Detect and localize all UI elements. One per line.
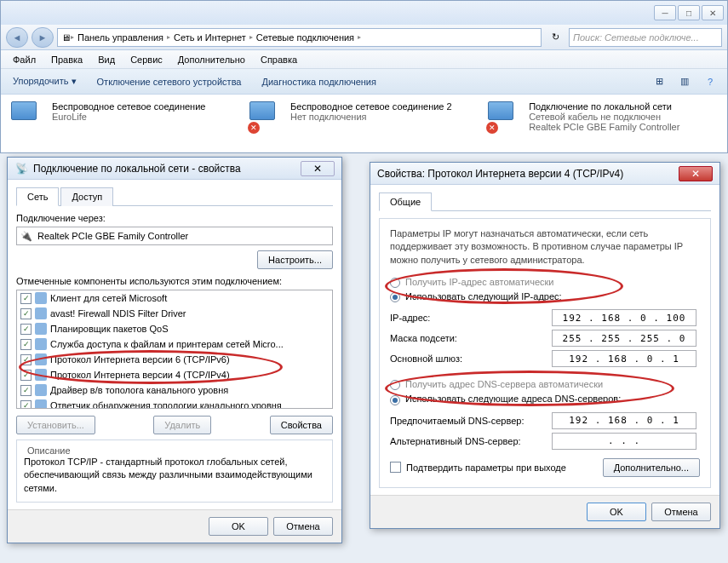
component-icon [35, 323, 47, 335]
ok-button[interactable]: OK [587, 503, 646, 521]
dialog-titlebar[interactable]: Свойства: Протокол Интернета версии 4 (T… [370, 163, 719, 185]
checkbox[interactable]: ✓ [20, 354, 32, 365]
breadcrumb[interactable]: 🖥 ▸ Панель управления▸ Сеть и Интернет▸ … [57, 28, 542, 47]
back-button[interactable]: ◄ [6, 27, 28, 48]
mask-label: Маска подсети: [390, 333, 552, 343]
close-button[interactable]: ✕ [702, 5, 724, 20]
connection-title: Беспроводное сетевое соединение [52, 101, 205, 112]
confirm-checkbox[interactable] [390, 462, 401, 473]
dns2-input[interactable]: . . . [552, 433, 696, 450]
preview-icon[interactable]: ▥ [674, 72, 695, 91]
breadcrumb-seg[interactable]: Панель управления [74, 32, 167, 43]
ok-button[interactable]: OK [209, 517, 268, 536]
ethernet-icon: ✕ [488, 101, 522, 134]
checkbox[interactable]: ✓ [20, 308, 32, 319]
maximize-button[interactable]: □ [678, 5, 700, 20]
checkbox[interactable]: ✓ [20, 339, 32, 350]
radio-manual-ip[interactable]: Использовать следующий IP-адрес: [390, 291, 700, 302]
adapter-field: 🔌 Realtek PCIe GBE Family Controller [16, 227, 333, 245]
control-panel-icon: 🖥 [61, 32, 71, 43]
connection-item[interactable]: Беспроводное сетевое соединение EuroLife [11, 101, 215, 134]
window-titlebar: ─ □ ✕ [1, 1, 727, 25]
minimize-button[interactable]: ─ [654, 5, 676, 20]
disable-device-button[interactable]: Отключение сетевого устройства [92, 73, 247, 90]
confirm-label: Подтвердить параметры при выходе [406, 462, 566, 473]
connection-item[interactable]: ✕ Беспроводное сетевое соединение 2 Нет … [249, 101, 454, 134]
cancel-button[interactable]: Отмена [651, 503, 711, 521]
menu-edit[interactable]: Правка [44, 53, 89, 66]
dialog-title: Свойства: Протокол Интернета версии 4 (T… [377, 168, 623, 180]
breadcrumb-seg[interactable]: Сеть и Интернет [170, 32, 249, 43]
checkbox[interactable]: ✓ [20, 385, 32, 396]
list-item-ipv4[interactable]: ✓Протокол Интернета версии 4 (TCP/IPv4) [17, 367, 332, 382]
components-label: Отмеченные компоненты используются этим … [16, 276, 333, 286]
checkbox[interactable]: ✓ [20, 370, 32, 381]
mask-input[interactable]: 255 . 255 . 255 . 0 [552, 330, 696, 347]
list-item[interactable]: ✓Ответчик обнаружения топологии канально… [17, 398, 332, 409]
ip-input[interactable]: 192 . 168 . 0 . 100 [552, 309, 696, 326]
connection-status: EuroLife [52, 112, 205, 122]
connection-title: Беспроводное сетевое соединение 2 [290, 101, 452, 112]
radio-manual-dns[interactable]: Использовать следующие адреса DNS-сервер… [390, 394, 700, 405]
menu-view[interactable]: Вид [91, 53, 122, 66]
diagnose-button[interactable]: Диагностика подключения [256, 73, 381, 90]
component-icon [35, 307, 47, 319]
tab-sharing[interactable]: Доступ [60, 187, 113, 206]
properties-button[interactable]: Свойства [270, 416, 333, 434]
wireless-icon: ✕ [249, 101, 284, 134]
checkbox[interactable]: ✓ [20, 324, 32, 335]
menu-bar: Файл Правка Вид Сервис Дополнительно Спр… [1, 50, 727, 69]
install-button[interactable]: Установить... [16, 416, 95, 434]
radio-auto-ip[interactable]: Получить IP-адрес автоматически [390, 277, 700, 288]
gateway-input[interactable]: 192 . 168 . 0 . 1 [552, 350, 696, 367]
components-list[interactable]: ✓Клиент для сетей Microsoft ✓avast! Fire… [16, 290, 333, 409]
connection-status: Нет подключения [290, 112, 452, 122]
configure-button[interactable]: Настроить... [257, 250, 333, 269]
advanced-button[interactable]: Дополнительно... [603, 458, 700, 477]
menu-help[interactable]: Справка [254, 53, 304, 66]
description-group: Описание Протокол TCP/IP - стандартный п… [16, 439, 333, 503]
help-icon[interactable]: ? [700, 72, 720, 91]
view-icon[interactable]: ⊞ [649, 72, 669, 91]
dns1-input[interactable]: 192 . 168 . 0 . 1 [552, 412, 696, 429]
wireless-icon [11, 101, 45, 134]
tab-general[interactable]: Общие [379, 192, 432, 211]
adapter-icon: 🔌 [20, 231, 32, 242]
checkbox[interactable]: ✓ [20, 400, 32, 410]
menu-file[interactable]: Файл [6, 53, 43, 66]
breadcrumb-seg[interactable]: Сетевые подключения [253, 32, 358, 43]
list-item[interactable]: ✓Планировщик пакетов QoS [17, 321, 332, 336]
list-item[interactable]: ✓avast! Firewall NDIS Filter Driver [17, 306, 332, 321]
tab-network[interactable]: Сеть [16, 187, 59, 206]
menu-advanced[interactable]: Дополнительно [171, 53, 252, 66]
list-item[interactable]: ✓Служба доступа к файлам и принтерам сет… [17, 336, 332, 352]
connection-adapter: Realtek PCIe GBE Family Controller [529, 122, 679, 132]
checkbox[interactable]: ✓ [20, 293, 32, 304]
uninstall-button[interactable]: Удалить [153, 416, 211, 434]
refresh-icon[interactable]: ↻ [545, 28, 565, 47]
ip-label: IP-адрес: [390, 313, 552, 323]
organize-button[interactable]: Упорядочить ▾ [8, 72, 82, 90]
connection-item[interactable]: ✕ Подключение по локальной сети Сетевой … [488, 101, 717, 134]
component-icon [35, 353, 47, 365]
close-button[interactable]: ✕ [679, 166, 713, 181]
radio-auto-dns[interactable]: Получить адрес DNS-сервера автоматически [390, 379, 700, 390]
component-icon [35, 292, 47, 304]
explorer-window: ─ □ ✕ ◄ ► 🖥 ▸ Панель управления▸ Сеть и … [0, 0, 728, 153]
error-icon: ✕ [486, 122, 498, 134]
list-item[interactable]: ✓Клиент для сетей Microsoft [17, 290, 332, 306]
menu-tools[interactable]: Сервис [123, 53, 169, 66]
list-item[interactable]: ✓Драйвер в/в тополога канального уровня [17, 382, 332, 398]
list-item[interactable]: ✓Протокол Интернета версии 6 (TCP/IPv6) [17, 352, 332, 367]
dialog-titlebar[interactable]: 📡 Подключение по локальной сети - свойст… [8, 158, 341, 180]
forward-button[interactable]: ► [32, 27, 54, 48]
search-placeholder: Поиск: Сетевые подключе... [573, 32, 699, 43]
search-input[interactable]: Поиск: Сетевые подключе... [569, 28, 722, 47]
description-text: Протокол TCP/IP - стандартный протокол г… [24, 456, 325, 495]
cancel-button[interactable]: Отмена [273, 517, 333, 536]
network-icon: 📡 [14, 162, 28, 175]
address-bar: ◄ ► 🖥 ▸ Панель управления▸ Сеть и Интерн… [1, 25, 727, 50]
connect-via-label: Подключение через: [16, 213, 333, 223]
component-icon [35, 384, 47, 396]
close-button[interactable]: ✕ [301, 161, 335, 176]
